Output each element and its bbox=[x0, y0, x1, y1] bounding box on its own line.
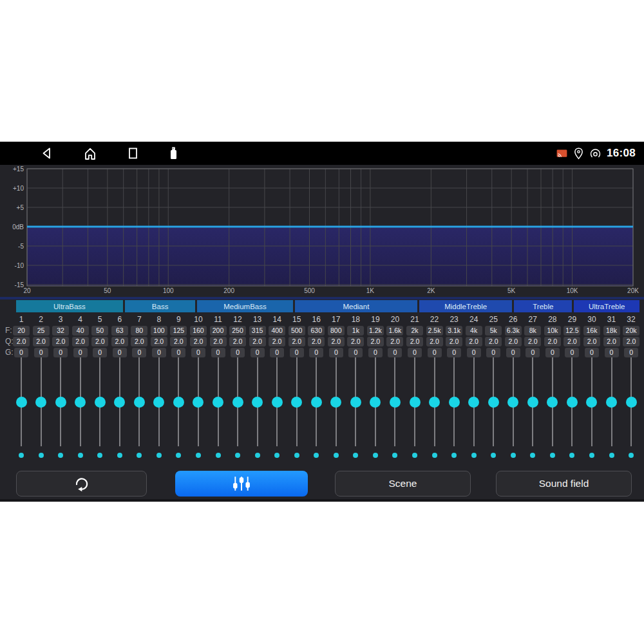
gain-slider[interactable] bbox=[449, 357, 460, 446]
svg-text:-10: -10 bbox=[15, 262, 24, 269]
gain-slider[interactable] bbox=[35, 357, 46, 446]
gain-slider[interactable] bbox=[311, 357, 322, 446]
gain-slider[interactable] bbox=[370, 357, 381, 446]
gain-slider[interactable] bbox=[468, 357, 479, 446]
eq-channel-column: 155002.00 bbox=[287, 314, 307, 458]
gain-slider-handle[interactable] bbox=[252, 397, 263, 408]
gain-slider[interactable] bbox=[527, 357, 538, 446]
sound-field-button[interactable]: Sound field bbox=[496, 471, 632, 497]
gain-slider-handle[interactable] bbox=[488, 397, 499, 408]
band-label-text: MediumBass bbox=[223, 303, 266, 310]
gain-slider[interactable] bbox=[586, 357, 597, 446]
gain-slider[interactable] bbox=[330, 357, 341, 446]
q-factor-value-box: 2.0 bbox=[13, 337, 30, 346]
gain-slider-handle[interactable] bbox=[193, 397, 204, 408]
home-icon[interactable] bbox=[82, 146, 98, 161]
q-factor-value-box: 2.0 bbox=[603, 337, 620, 346]
gain-slider-handle[interactable] bbox=[134, 397, 145, 408]
gain-slider-handle[interactable] bbox=[410, 397, 421, 408]
gain-slider-handle[interactable] bbox=[468, 397, 479, 408]
gain-slider[interactable] bbox=[153, 357, 164, 446]
gain-slider-handle[interactable] bbox=[547, 397, 558, 408]
gain-slider-handle[interactable] bbox=[507, 397, 518, 408]
gain-slider[interactable] bbox=[114, 357, 125, 446]
gain-slider-handle[interactable] bbox=[350, 397, 361, 408]
gain-slider[interactable] bbox=[173, 357, 184, 446]
gain-slider-handle[interactable] bbox=[606, 397, 617, 408]
gain-slider-handle[interactable] bbox=[449, 397, 460, 408]
gain-slider[interactable] bbox=[567, 357, 578, 446]
gain-slider-handle[interactable] bbox=[153, 397, 164, 408]
reset-button[interactable] bbox=[16, 471, 147, 497]
q-factor-value-box: 2.0 bbox=[386, 337, 403, 346]
gain-slider-handle[interactable] bbox=[586, 397, 597, 408]
recents-icon[interactable] bbox=[125, 146, 140, 161]
eq-channel-column: 201.6k2.00 bbox=[385, 314, 405, 458]
gain-slider-handle[interactable] bbox=[291, 397, 302, 408]
gain-slider[interactable] bbox=[213, 357, 223, 446]
gain-slider-handle[interactable] bbox=[55, 397, 66, 408]
svg-text:+15: +15 bbox=[13, 166, 24, 173]
gain-slider[interactable] bbox=[55, 357, 66, 446]
q-factor-value-box: 2.0 bbox=[583, 337, 600, 346]
gain-slider-handle[interactable] bbox=[75, 397, 86, 408]
band-indicator-dot bbox=[117, 453, 122, 458]
band-label-mediumbass: MediumBass bbox=[197, 300, 292, 312]
gain-slider-handle[interactable] bbox=[95, 397, 106, 408]
frequency-value-box: 250 bbox=[229, 326, 246, 336]
gain-slider[interactable] bbox=[350, 357, 361, 446]
gain-slider-handle[interactable] bbox=[114, 397, 125, 408]
channel-number: 20 bbox=[391, 314, 399, 326]
equalizer-button[interactable] bbox=[175, 471, 308, 497]
eq-channel-column: 166302.00 bbox=[307, 314, 327, 458]
gain-slider-handle[interactable] bbox=[330, 397, 341, 408]
gain-slider[interactable] bbox=[193, 357, 204, 446]
channel-number: 21 bbox=[410, 314, 419, 326]
gain-slider[interactable] bbox=[429, 357, 440, 446]
gain-slider-handle[interactable] bbox=[311, 397, 322, 408]
gain-slider[interactable] bbox=[232, 357, 243, 446]
gain-slider-handle[interactable] bbox=[390, 397, 401, 408]
status-bar: 16:08 bbox=[0, 142, 644, 165]
eq-channel-column: 222.5k2.00 bbox=[424, 314, 444, 458]
gain-slider[interactable] bbox=[252, 357, 263, 446]
gain-slider-handle[interactable] bbox=[567, 397, 578, 408]
back-icon[interactable] bbox=[40, 146, 55, 161]
gain-slider[interactable] bbox=[547, 357, 558, 446]
gain-slider[interactable] bbox=[16, 357, 27, 446]
scene-button[interactable]: Scene bbox=[335, 471, 471, 497]
gain-slider-handle[interactable] bbox=[16, 397, 27, 408]
gain-slider[interactable] bbox=[134, 357, 145, 446]
frequency-value-box: 63 bbox=[111, 326, 128, 336]
gain-slider[interactable] bbox=[390, 357, 401, 446]
eq-channel-column: 5502.00 bbox=[90, 314, 110, 458]
gain-slider-handle[interactable] bbox=[370, 397, 381, 408]
gain-slider-handle[interactable] bbox=[232, 397, 243, 408]
gain-slider-handle[interactable] bbox=[429, 397, 440, 408]
band-indicator-dot bbox=[274, 453, 279, 458]
gain-slider[interactable] bbox=[272, 357, 283, 446]
gain-slider[interactable] bbox=[626, 357, 637, 446]
gain-slider-handle[interactable] bbox=[213, 397, 223, 408]
gain-slider-handle[interactable] bbox=[272, 397, 283, 408]
gain-slider[interactable] bbox=[488, 357, 499, 446]
gain-slider[interactable] bbox=[507, 357, 518, 446]
gain-slider-handle[interactable] bbox=[173, 397, 184, 408]
gain-value-box: 0 bbox=[231, 348, 245, 357]
band-indicator-dot bbox=[491, 453, 496, 458]
gain-slider[interactable] bbox=[410, 357, 421, 446]
gain-slider-handle[interactable] bbox=[626, 397, 637, 408]
frequency-value-box: 16k bbox=[583, 326, 600, 336]
gain-slider-handle[interactable] bbox=[35, 397, 46, 408]
gain-slider-handle[interactable] bbox=[527, 397, 538, 408]
gain-slider[interactable] bbox=[606, 357, 617, 446]
eq-channel-column: 101602.00 bbox=[188, 314, 208, 458]
gain-value-box: 0 bbox=[53, 348, 68, 357]
gain-value-box: 0 bbox=[113, 348, 127, 357]
gain-slider[interactable] bbox=[75, 357, 86, 446]
gain-slider[interactable] bbox=[95, 357, 106, 446]
gain-slider[interactable] bbox=[291, 357, 302, 446]
sound-field-button-label: Sound field bbox=[539, 478, 589, 489]
q-factor-value-box: 2.0 bbox=[347, 337, 364, 346]
band-label-mediant: Mediant bbox=[295, 300, 418, 312]
